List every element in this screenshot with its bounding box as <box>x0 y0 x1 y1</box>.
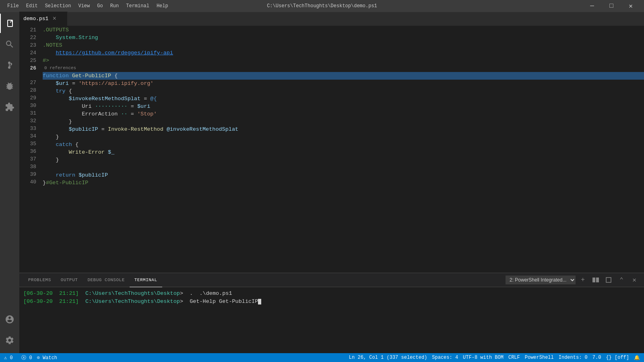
code-line-31: ErrorAction ·· = 'Stop' <box>43 110 644 118</box>
terminal-selector[interactable]: 2: PowerShell Integrated... <box>506 276 576 284</box>
panel-tabs-right: 2: PowerShell Integrated... + <box>506 274 640 286</box>
code-editor[interactable]: 21 22 23 24 25 26 27 28 29 30 31 32 33 3… <box>19 26 644 273</box>
menu-edit[interactable]: Edit <box>23 2 41 10</box>
code-line-40: }#Get-PublicIP <box>43 179 644 187</box>
search-icon[interactable] <box>0 35 19 54</box>
tab-filename: demo.ps1 <box>23 16 48 22</box>
line-num-29: 29 <box>19 94 36 102</box>
debug-icon[interactable] <box>0 76 19 96</box>
line-num-36: 36 <box>19 148 36 155</box>
line-num-37: 37 <box>19 155 36 163</box>
extensions-icon[interactable] <box>0 97 19 117</box>
code-line-23: .NOTES <box>43 41 644 49</box>
title-bar: File Edit Selection View Go Run Terminal… <box>0 0 644 12</box>
status-errors-warnings[interactable]: ⚠ 0 ⓧ 0 <box>4 354 32 361</box>
tab-close-button[interactable]: × <box>52 15 56 23</box>
editor-area: 21 22 23 24 25 26 27 28 29 30 31 32 33 3… <box>19 26 644 353</box>
status-bar: ⚠ 0 ⓧ 0 ⊙ Watch Ln 26, Col 1 (337 select… <box>0 353 644 362</box>
tab-bar: demo.ps1 × <box>19 12 644 26</box>
panel-tabs-left: PROBLEMS OUTPUT DEBUG CONSOLE TERMINAL <box>23 273 162 287</box>
status-bracket[interactable]: {} [off] <box>606 355 629 360</box>
code-line-32: } <box>43 118 644 125</box>
line-num-refs <box>19 72 36 79</box>
tab-debug-console[interactable]: DEBUG CONSOLE <box>83 273 129 287</box>
line-num-35: 35 <box>19 140 36 148</box>
menu-help[interactable]: Help <box>153 2 171 10</box>
status-eol[interactable]: CRLF <box>508 355 520 360</box>
status-bar-left: ⚠ 0 ⓧ 0 ⊙ Watch <box>4 354 57 361</box>
line-num-24: 24 <box>19 49 36 57</box>
terminal-content[interactable]: [06-30-20 21:21] C:\Users\TechThoughts\D… <box>19 287 644 353</box>
close-button[interactable]: ✕ <box>621 0 640 12</box>
activity-bar-bottom <box>0 310 19 353</box>
menu-bar: File Edit Selection View Go Run Terminal… <box>4 2 171 10</box>
menu-selection[interactable]: Selection <box>42 2 74 10</box>
code-line-37: } <box>43 156 644 164</box>
line-num-25: 25 <box>19 57 36 64</box>
terminal-line-1: [06-30-20 21:21] C:\Users\TechThoughts\D… <box>23 290 640 298</box>
line-num-22: 22 <box>19 34 36 41</box>
line-num-40: 40 <box>19 178 36 186</box>
files-icon[interactable] <box>0 14 19 33</box>
line-num-26: 26 <box>19 64 36 72</box>
add-terminal-button[interactable]: + <box>577 274 588 286</box>
menu-go[interactable]: Go <box>94 2 106 10</box>
line-num-23: 23 <box>19 41 36 49</box>
maximize-panel-button[interactable]: ⌃ <box>616 274 627 286</box>
status-notification-icon[interactable]: 🔔 <box>634 355 640 361</box>
minimize-button[interactable]: — <box>583 0 601 12</box>
line-numbers: 21 22 23 24 25 26 27 28 29 30 31 32 33 3… <box>19 26 39 273</box>
panel-area: PROBLEMS OUTPUT DEBUG CONSOLE TERMINAL 2… <box>19 273 644 353</box>
status-language[interactable]: PowerShell <box>525 355 554 360</box>
settings-icon[interactable] <box>0 331 19 350</box>
status-position[interactable]: Ln 26, Col 1 (337 selected) <box>349 355 427 360</box>
menu-view[interactable]: View <box>75 2 93 10</box>
line-num-39: 39 <box>19 171 36 178</box>
status-version[interactable]: 7.0 <box>592 355 601 360</box>
tab-terminal[interactable]: TERMINAL <box>130 273 162 287</box>
status-encoding[interactable]: UTF-8 with BOM <box>463 355 504 360</box>
editor-container: demo.ps1 × 21 22 23 24 25 26 27 28 29 30 <box>19 12 644 353</box>
status-indents[interactable]: Indents: 0 <box>559 355 588 360</box>
close-panel-button[interactable]: ✕ <box>629 274 640 286</box>
kill-terminal-button[interactable] <box>603 274 614 286</box>
code-content[interactable]: .OUTPUTS System.String .NOTES https://gi… <box>39 26 644 273</box>
code-references: 0 references <box>43 64 644 72</box>
code-line-36: Write-Error $_ <box>43 148 644 156</box>
status-bar-right: Ln 26, Col 1 (337 selected) Spaces: 4 UT… <box>349 355 640 361</box>
tab-problems[interactable]: PROBLEMS <box>23 273 56 287</box>
line-num-30: 30 <box>19 102 36 109</box>
code-line-38 <box>43 164 644 171</box>
editor-tab-demo-ps1[interactable]: demo.ps1 × <box>19 12 68 26</box>
line-num-27: 27 <box>19 79 36 86</box>
code-line-27: $uri = 'https://api.ipify.org' <box>43 80 644 87</box>
code-line-25: #> <box>43 57 644 64</box>
line-num-33: 33 <box>19 125 36 132</box>
code-line-24: https://github.com/rdegges/ipify-api <box>43 49 644 57</box>
menu-terminal[interactable]: Terminal <box>123 2 153 10</box>
menu-file[interactable]: File <box>4 2 22 10</box>
menu-run[interactable]: Run <box>107 2 122 10</box>
activity-bar <box>0 12 19 353</box>
line-num-28: 28 <box>19 86 36 94</box>
code-line-28: try { <box>43 87 644 95</box>
main-layout: demo.ps1 × 21 22 23 24 25 26 27 28 29 30 <box>0 12 644 353</box>
window-title: C:\Users\TechThoughts\Desktop\demo.ps1 <box>267 3 377 9</box>
split-terminal-button[interactable] <box>590 274 601 286</box>
account-icon[interactable] <box>0 310 19 329</box>
code-line-30: Uri ·········· = $uri <box>43 103 644 110</box>
line-num-38: 38 <box>19 163 36 171</box>
status-spaces[interactable]: Spaces: 4 <box>432 355 458 360</box>
code-line-35: catch { <box>43 141 644 148</box>
source-control-icon[interactable] <box>0 56 19 75</box>
maximize-button[interactable]: □ <box>602 0 621 12</box>
code-line-26: function Get-PublicIP { <box>43 72 644 80</box>
status-watch[interactable]: ⊙ Watch <box>37 355 57 361</box>
tab-output[interactable]: OUTPUT <box>56 273 83 287</box>
panel-tabs: PROBLEMS OUTPUT DEBUG CONSOLE TERMINAL 2… <box>19 273 644 287</box>
line-num-32: 32 <box>19 117 36 125</box>
code-line-39: return $publicIP <box>43 171 644 179</box>
title-bar-left: File Edit Selection View Go Run Terminal… <box>4 2 171 10</box>
line-num-34: 34 <box>19 132 36 140</box>
code-line-21: .OUTPUTS <box>43 26 644 34</box>
